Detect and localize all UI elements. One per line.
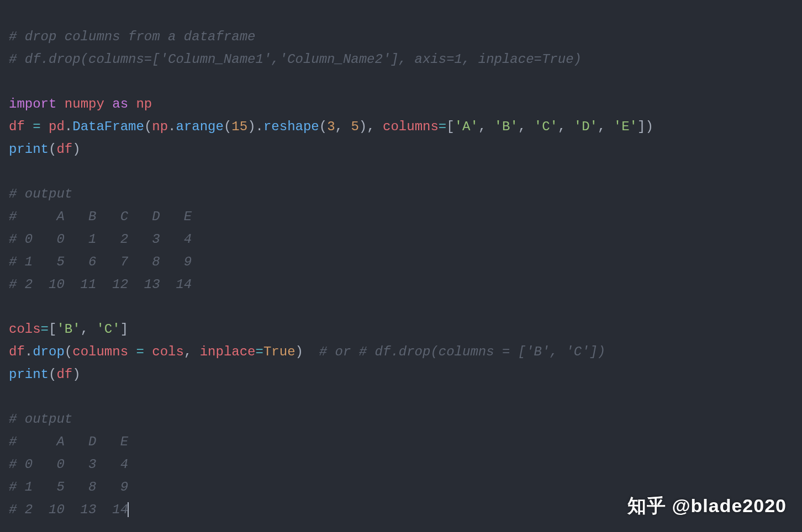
code-block: # drop columns from a dataframe # df.dro… xyxy=(0,0,802,521)
code-line: df = pd.DataFrame(np.arange(15).reshape(… xyxy=(9,119,653,134)
comment-line: # A B C D E xyxy=(9,209,192,224)
comment-line: # A D E xyxy=(9,434,128,449)
comment-line: # 1 5 6 7 8 9 xyxy=(9,254,192,269)
comment-line: # df.drop(columns=['Column_Name1','Colum… xyxy=(9,52,582,67)
code-line: print(df) xyxy=(9,367,81,382)
comment-line: # 2 10 13 14 xyxy=(9,502,128,517)
code-line: print(df) xyxy=(9,142,81,157)
code-line: import numpy as np xyxy=(9,97,152,111)
code-line: cols=['B', 'C'] xyxy=(9,322,128,337)
comment-line: # output xyxy=(9,187,72,201)
text-cursor-icon xyxy=(128,502,129,517)
code-line: df.drop(columns = cols, inplace=True) # … xyxy=(9,344,605,359)
watermark: 知乎 @blade2020 xyxy=(627,490,787,522)
comment-line: # 0 0 1 2 3 4 xyxy=(9,232,192,247)
comment-line: # drop columns from a dataframe xyxy=(9,29,255,44)
comment-line: # output xyxy=(9,412,72,427)
comment-line: # 0 0 3 4 xyxy=(9,457,128,472)
comment-line: # 2 10 11 12 13 14 xyxy=(9,277,192,292)
comment-line: # 1 5 8 9 xyxy=(9,480,128,494)
